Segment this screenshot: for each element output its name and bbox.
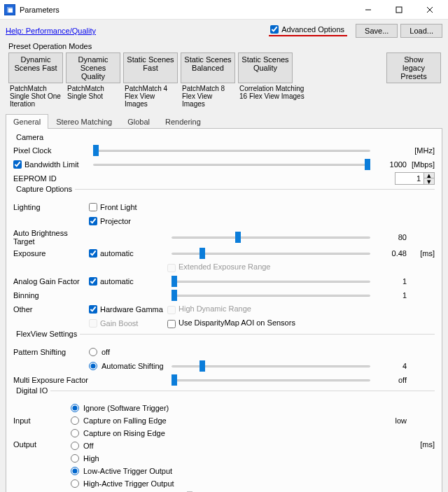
load-button[interactable]: Load... [400,24,442,38]
preset-dynamic-fast[interactable]: Dynamic Scenes Fast [8,52,63,83]
output-off-radio[interactable]: Off [71,440,374,451]
svg-rect-3 [396,7,402,13]
chevron-down-icon[interactable]: ▾ [424,178,434,184]
input-rising-radio[interactable]: Capture on Rising Edge [71,428,374,439]
preset-static-balanced[interactable]: Static Scenes Balanced [181,52,235,83]
eeprom-spinner[interactable]: ▴▾ [395,172,435,185]
tab-global[interactable]: Global [120,114,158,129]
analog-gain-slider[interactable] [172,276,370,286]
pattern-auto-radio[interactable]: Automatic Shifting [89,362,167,370]
app-icon [4,4,15,15]
projector-checkbox[interactable]: Projector [89,217,167,225]
section-capture: Capture Options [13,185,75,193]
gain-boost-checkbox: Gain Boost [89,319,167,328]
preset-static-quality[interactable]: Static Scenes Quality [238,52,293,83]
advanced-options-checkbox[interactable]: Advanced Options [269,25,347,36]
preset-dynamic-quality[interactable]: Dynamic Scenes Quality [66,52,120,83]
preset-sub: PatchMatch Single Shot One Iteration [8,85,63,108]
preset-sub: PatchMatch Single Shot [66,85,120,108]
minimize-button[interactable] [353,0,384,20]
save-button[interactable]: Save... [356,24,398,38]
use-disparity-checkbox[interactable]: Use DisparityMap AOI on Sensors [167,318,295,328]
eeprom-label: EEPROM ID [13,174,89,183]
pixel-clock-slider[interactable] [93,146,370,155]
output-low-active-radio[interactable]: Low-Active Trigger Output [71,465,374,477]
bandwidth-checkbox[interactable] [13,160,22,169]
window-title: Parameters [20,6,353,14]
svg-rect-1 [8,8,13,13]
binning-slider[interactable] [172,290,370,300]
help-link[interactable]: Help: Performance/Quality [6,27,269,35]
exposure-slider[interactable] [172,248,370,258]
bandwidth-slider[interactable] [93,160,370,169]
tab-rendering[interactable]: Rendering [158,114,209,129]
auto-brightness-slider[interactable] [172,232,370,242]
preset-sub: PatchMatch 4 Flex View Images [123,85,178,108]
preset-sub: PatchMatch 8 Flex View Images [181,85,235,108]
section-flexview: FlexView Settings [13,330,80,338]
pixel-clock-label: Pixel Clock [13,146,89,155]
presets-title: Preset Operation Modes [8,42,441,50]
output-high-active-radio[interactable]: High-Active Trigger Output [71,478,374,489]
multi-exposure-slider[interactable] [172,375,370,385]
exposure-auto-checkbox[interactable]: automatic [89,249,167,258]
pattern-off-radio[interactable]: off [89,348,167,356]
preset-sub: Correlation Matching 16 Flex View Images [238,85,308,108]
auto-shifting-slider[interactable] [172,361,370,371]
section-camera: Camera [13,133,46,141]
hardware-gamma-checkbox[interactable]: Hardware Gamma [89,305,167,314]
input-ignore-radio[interactable]: Ignore (Software Trigger) [71,402,374,414]
section-digitalio: Digital IO [13,386,50,395]
output-high-radio[interactable]: High [71,453,374,464]
tab-general[interactable]: General [6,114,48,129]
legacy-presets-button[interactable]: Show legacy Presets [386,52,441,83]
extended-exposure-checkbox: Extended Exposure Range [167,262,270,272]
hdr-checkbox: High Dynamic Range [167,304,251,314]
tab-stereo-matching[interactable]: Stereo Matching [48,114,120,129]
analog-gain-auto-checkbox[interactable]: automatic [89,277,167,286]
front-light-checkbox[interactable]: Front Light [89,203,167,211]
close-button[interactable] [414,0,445,20]
preset-static-fast[interactable]: Static Scenes Fast [123,52,178,83]
maximize-button[interactable] [384,0,414,20]
input-falling-radio[interactable]: Capture on Falling Edge [71,415,374,426]
